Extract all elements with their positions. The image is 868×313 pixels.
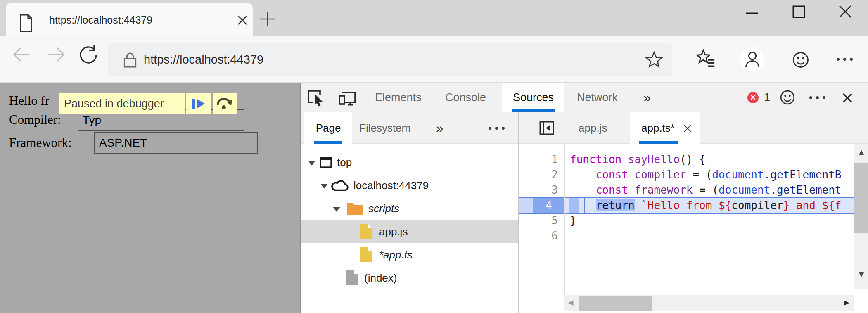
devtools-close-icon[interactable]	[841, 91, 854, 104]
error-count[interactable]: 1	[764, 83, 770, 112]
tab-elements[interactable]: Elements	[375, 83, 422, 112]
frame-icon	[319, 156, 332, 168]
new-tab-icon[interactable]	[259, 10, 277, 28]
code-line[interactable]: 2 const compiler = (document.getElementB	[519, 167, 854, 183]
feedback-smiley-icon[interactable]	[792, 51, 809, 69]
device-emulation-icon[interactable]	[338, 90, 357, 107]
file-icon	[360, 247, 373, 263]
file-icon	[345, 270, 358, 286]
tree-label: *app.ts	[379, 243, 413, 266]
more-tabs-chevron[interactable]: »	[643, 83, 651, 112]
editor-tab-appjs[interactable]: app.js	[579, 112, 607, 144]
scroll-right-icon[interactable]: ►	[842, 298, 851, 307]
webpage-content: Hello fr Compiler: Framework: Paused in …	[0, 83, 300, 313]
navigator-tab-filesystem[interactable]: Filesystem	[359, 112, 410, 144]
tab-console[interactable]: Console	[445, 83, 486, 112]
tab-close-icon[interactable]	[236, 14, 249, 26]
tree-label: (index)	[364, 266, 397, 289]
chevron-down-icon[interactable]	[308, 161, 315, 166]
code-text: return `Hello from ${compiler} and ${f	[570, 198, 841, 213]
browser-toolbar: https://localhost:44379	[0, 36, 868, 83]
editor-tab-appts[interactable]: app.ts*	[630, 112, 700, 144]
devtools-more-icon[interactable]	[809, 96, 825, 99]
line-number[interactable]: 3	[519, 183, 564, 198]
address-bar[interactable]: https://localhost:44379	[108, 43, 672, 76]
tab-title: https://localhost:44379	[49, 3, 152, 36]
profile-avatar[interactable]	[740, 47, 765, 72]
chevron-down-icon[interactable]	[320, 184, 328, 189]
horizontal-scrollbar[interactable]: ◄ ►	[564, 295, 854, 311]
horizontal-scroll-thumb[interactable]	[579, 296, 652, 311]
refresh-icon[interactable]	[78, 44, 99, 65]
line-number[interactable]: 4	[519, 198, 564, 213]
tree-label: scripts	[368, 197, 399, 220]
collapse-sidebar-icon[interactable]	[539, 121, 555, 135]
settings-more-icon[interactable]	[837, 58, 853, 61]
tree-row-appts[interactable]: *app.ts	[301, 243, 518, 266]
navigator-tab-page[interactable]: Page	[304, 112, 352, 144]
code-editor[interactable]: 1function sayHello() {2 const compiler =…	[519, 144, 854, 295]
error-badge-icon[interactable]: ✕	[747, 92, 759, 103]
scroll-up-icon[interactable]: ▲	[857, 148, 866, 157]
code-line[interactable]: 4 return `Hello from ${compiler} and ${f	[519, 198, 854, 213]
cloud-icon	[330, 180, 350, 192]
url-text[interactable]: https://localhost:44379	[144, 43, 263, 76]
paused-in-debugger-banner: Paused in debugger	[59, 93, 185, 114]
forward-icon[interactable]	[46, 45, 66, 64]
code-text: }	[570, 213, 576, 228]
folder-icon	[346, 202, 363, 216]
tree-row-appjs[interactable]: app.js	[301, 220, 518, 243]
favorites-hub-icon[interactable]	[695, 49, 716, 69]
tree-label: top	[337, 151, 352, 174]
code-line[interactable]: 1function sayHello() {	[519, 152, 854, 167]
maximize-button[interactable]	[790, 3, 807, 20]
code-line[interactable]: 3 const framework = (document.getElement	[519, 183, 854, 198]
close-window-button[interactable]	[837, 3, 854, 20]
favorite-star-icon[interactable]	[645, 50, 663, 69]
close-tab-icon[interactable]	[683, 123, 693, 133]
framework-input[interactable]	[94, 132, 258, 154]
sources-navigator: Page Filesystem » top	[301, 112, 519, 313]
appts-active-underline	[639, 141, 678, 144]
page-icon	[19, 14, 33, 32]
chevron-down-icon[interactable]	[333, 207, 340, 212]
tree-row-top[interactable]: top	[301, 151, 518, 174]
vertical-scroll-thumb[interactable]	[854, 163, 868, 233]
framework-label: Framework:	[9, 135, 72, 150]
line-number[interactable]: 5	[519, 213, 564, 228]
browser-window: https://localhost:44379	[0, 0, 868, 313]
page-heading: Hello fr	[9, 93, 49, 108]
page-active-underline	[314, 141, 342, 144]
navigator-tab-bar: Page Filesystem »	[301, 112, 518, 144]
file-icon	[360, 223, 373, 240]
navigator-more-icon[interactable]	[489, 127, 505, 130]
tab-network[interactable]: Network	[577, 83, 618, 112]
tab-sources[interactable]: Sources	[502, 83, 564, 112]
lock-icon	[123, 51, 137, 69]
step-over-button[interactable]	[213, 93, 237, 114]
tree-row-localhost[interactable]: localhost:44379	[301, 174, 518, 197]
line-number[interactable]: 6	[519, 228, 564, 244]
tree-row-index[interactable]: (index)	[301, 266, 518, 289]
line-number[interactable]: 1	[519, 152, 564, 167]
sources-active-underline	[512, 109, 555, 112]
tree-row-scripts[interactable]: scripts	[301, 197, 518, 220]
minimize-button[interactable]	[743, 4, 760, 21]
devtools-feedback-smiley-icon[interactable]	[780, 90, 795, 105]
scroll-down-icon[interactable]: ▼	[857, 270, 866, 279]
resume-script-button[interactable]	[186, 93, 211, 114]
code-text: const framework = (document.getElement	[570, 183, 842, 198]
scroll-left-icon[interactable]: ◄	[566, 298, 575, 307]
navigator-more-tabs-chevron[interactable]: »	[436, 112, 443, 144]
vertical-scrollbar[interactable]: ▲ ▼	[854, 144, 868, 289]
browser-tab[interactable]: https://localhost:44379	[6, 3, 253, 36]
code-line[interactable]: 5}	[519, 213, 854, 228]
devtools-header: Elements Console Sources Network » ✕ 1	[301, 83, 868, 112]
line-number[interactable]: 2	[519, 167, 564, 183]
code-line[interactable]: 6	[519, 228, 854, 244]
back-icon[interactable]	[12, 45, 31, 64]
code-text: function sayHello() {	[570, 152, 706, 167]
tree-label: localhost:44379	[353, 174, 429, 197]
tree-label: app.js	[379, 220, 408, 243]
inspect-element-icon[interactable]	[307, 88, 325, 107]
